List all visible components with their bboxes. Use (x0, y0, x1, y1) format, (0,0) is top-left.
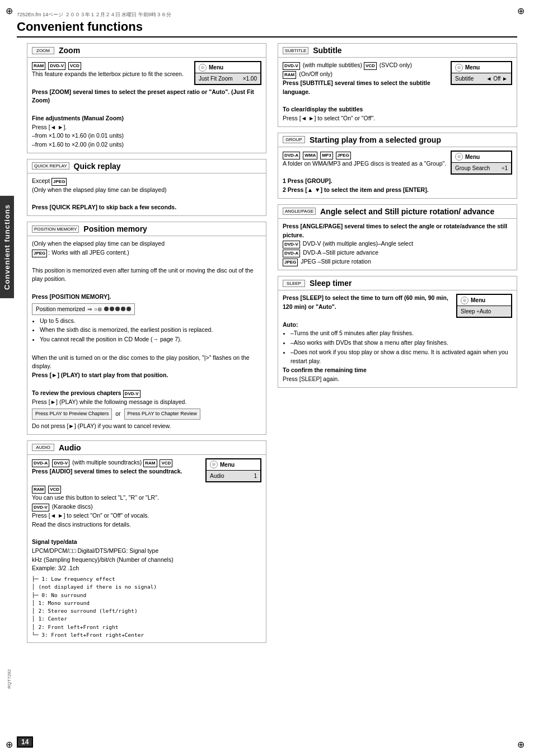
sleep-menu-title: Menu (471, 296, 485, 304)
position-memory-review-desc: Press [►] (PLAY) while the following mes… (32, 398, 261, 407)
sleep-auto-heading: Auto: (283, 321, 512, 330)
badge-dvdv-pm: DVD-V (123, 390, 140, 398)
angle-jpeg-note: JPEG JPEG –Still picture rotation (283, 257, 512, 266)
chapter-row: Press PLAY to Preview Chapters or Press … (32, 408, 261, 420)
left-column: ZOOM Zoom ☺ Menu Just Fit Zoom ×1.00 (27, 43, 266, 649)
tree-line-7: │ 2: Front left+Front right (32, 623, 261, 631)
angle-content: Press [ANGLE/PAGE] several times to sele… (278, 219, 517, 270)
badge-ram: RAM (32, 62, 45, 70)
page-title: Convenient functions (17, 20, 517, 34)
badge-jpeg-angle: JPEG (283, 259, 298, 266)
badge-vcd: VCD (68, 62, 81, 70)
audio-karaoke-desc: Press [◄ ►] to select "On" or "Off" of v… (32, 511, 261, 520)
group-step1: 1 Press [GROUP]. (283, 177, 512, 186)
angle-icon: ANGLE/PAGE (283, 208, 316, 215)
file-info: 7252En.fm 14ページ ２００３年１２月２４日 水曜日 午前9時３６分 (17, 11, 517, 18)
page-header: 7252En.fm 14ページ ２００３年１２月２４日 水曜日 午前9時３６分 … (17, 11, 517, 37)
sub-dvdv-text: (with multiple subtitles) (303, 62, 362, 68)
sleep-menu-header: ☺ Menu (457, 295, 511, 306)
corner-mark-br: ⊕ (517, 739, 528, 750)
zoom-range2: –from ×1.60 to ×2.00 (in 0.02 units) (32, 140, 261, 149)
position-memory-bullets: Up to 5 discs. When the sixth disc is me… (40, 317, 261, 344)
subtitle-menu-icon: ☺ (455, 64, 463, 72)
audio-signal-line3: Example: 3/2 .1ch (32, 564, 261, 573)
position-memorized-label: Position memorized (36, 305, 85, 313)
audio-menu-label: Audio (210, 472, 224, 480)
position-memory-header: POSITION MEMORY Position memory (27, 222, 266, 236)
group-header: GROUP Starting play from a selected grou… (278, 133, 517, 147)
tree-line-3: ├─ 0: No surround (32, 591, 261, 599)
audio-ram-vcd: RAM VCD (32, 485, 261, 494)
zoom-menu-row: Just Fit Zoom ×1.00 (195, 73, 260, 84)
position-memory-review-heading: To review the previous chapters DVD-V (32, 389, 261, 398)
chapter-btn2: Press PLAY to Chapter Review (124, 408, 200, 420)
sleep-menu-value: ÷Auto (476, 308, 491, 314)
badge-mp3-group: MP3 (320, 152, 332, 159)
zoom-icon: ZOOM (32, 47, 54, 54)
audio-signal-line1: LPCM/DPCM/□□ Digital/DTS/MPEG: Signal ty… (32, 547, 261, 556)
badge-ram-audio: RAM (143, 459, 157, 467)
audio-read-note: Read the discs instructions for details. (32, 520, 261, 529)
badge-jpeg-group: JPEG (336, 152, 351, 159)
zoom-menu-row-label: Just Fit Zoom (199, 74, 233, 83)
audio-menu: ☺ Menu Audio 1 (205, 458, 261, 482)
sub-ram-text: (On/Off only) (299, 71, 332, 77)
badge-dvdv-audio: DVD-V (52, 459, 69, 467)
badge-dvda-audio: DVD-A (32, 459, 49, 467)
quick-replay-header: QUICK REPLAY Quick replay (27, 159, 266, 173)
group-menu-header: ☺ Menu (452, 152, 511, 163)
right-column: SUBTITLE Subtitle ☺ Menu Subtitle ◄ Off … (278, 43, 517, 649)
dot4 (121, 307, 125, 311)
corner-mark-tr: ⊕ (517, 6, 528, 17)
badge-vcd-audio: VCD (160, 459, 172, 467)
badge-ram-audio2: RAM (32, 486, 45, 494)
subtitle-content: ☺ Menu Subtitle ◄ Off ► DVD-V (with mult… (278, 58, 517, 126)
subtitle-title: Subtitle (313, 46, 341, 55)
zoom-fine-heading: Fine adjustments (Manual Zoom) (32, 114, 261, 123)
audio-signal-line2: kHz (Sampling frequency)/bit/ch (Number … (32, 556, 261, 565)
audio-icon: AUDIO (32, 444, 54, 451)
audio-content: ☺ Menu Audio 1 DVD-A DVD-V (with multipl… (27, 455, 266, 643)
group-icon: GROUP (283, 136, 305, 143)
badge-vcd-audio2: VCD (48, 486, 61, 494)
corner-mark-bl: ⊕ (6, 739, 17, 750)
badge-dvdv: DVD-V (48, 62, 65, 70)
pm-bullet-3: You cannot recall the position in CD Mod… (40, 335, 261, 344)
sleep-confirm-heading: To confirm the remaining time (283, 366, 512, 375)
rqt-label: RQT7292 (7, 669, 12, 689)
chapter-btn1: Press PLAY to Preview Chapters (32, 408, 112, 420)
sleep-title: Sleep timer (310, 279, 352, 288)
zoom-range1: –from ×1.00 to ×1.60 (in 0.01 units) (32, 132, 261, 140)
sleep-section: SLEEP Sleep timer ☺ Menu Sleep ÷Auto (278, 276, 517, 388)
pos-icon-circle: ○⊜ (94, 305, 102, 313)
subtitle-menu: ☺ Menu Subtitle ◄ Off ► (451, 61, 512, 85)
pos-dots (104, 307, 131, 311)
sleep-auto-bullets: –Turns the unit off 5 minutes after play… (291, 329, 512, 365)
position-memory-turn-on: When the unit is turned on or the disc c… (32, 354, 261, 372)
position-memory-section: POSITION MEMORY Position memory (Only wh… (27, 222, 266, 435)
zoom-fine-desc: Press [◄ ►]. (32, 123, 261, 132)
tree-line-4: │ 1: Mono surround (32, 599, 261, 607)
sleep-bullet-1: –Turns the unit off 5 minutes after play… (291, 329, 512, 338)
zoom-title: Zoom (59, 46, 80, 55)
group-step2: 2 Press [▲ ▼] to select the item and pre… (283, 186, 512, 195)
zoom-menu-title: Menu (209, 63, 223, 72)
badge-dvdv-angle: DVD-V (283, 241, 300, 248)
group-menu-label: Group Search (455, 164, 490, 172)
subtitle-menu-label: Subtitle (455, 74, 474, 83)
badge-dvda-angle: DVD-A (283, 250, 300, 257)
badge-dvdv-sub: DVD-V (283, 62, 300, 70)
audio-menu-icon: ☺ (210, 461, 218, 468)
position-memory-note2: JPEG: Works with all JPEG content.) (32, 248, 261, 257)
page-number: 14 (17, 736, 33, 748)
quick-replay-press: Press [QUICK REPLAY] to skip back a few … (32, 203, 261, 212)
position-memory-title: Position memory (83, 224, 147, 233)
pos-arrow: ⇒ (87, 305, 92, 313)
sleep-icon: SLEEP (283, 280, 305, 287)
badge-wma-group: WMA (303, 152, 317, 159)
badge-vcd-sub: VCD (364, 62, 377, 70)
dot5 (127, 307, 131, 311)
sleep-content: ☺ Menu Sleep ÷Auto Press [SLEEP] to sele… (278, 290, 517, 387)
quick-replay-icon: QUICK REPLAY (32, 162, 69, 170)
tree-line-1: ├─ 1: Low frequency effect (32, 575, 261, 583)
